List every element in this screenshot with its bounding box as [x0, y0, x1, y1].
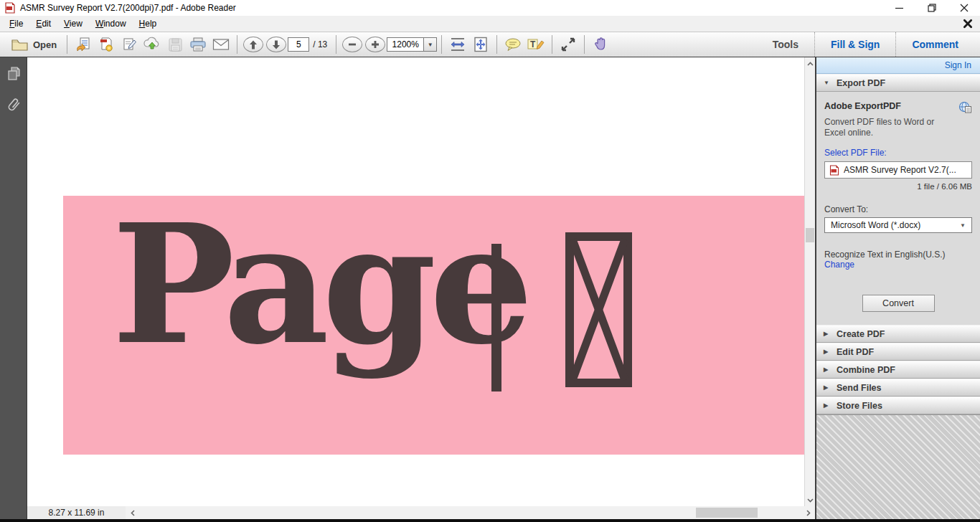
upload-cloud-button[interactable]	[142, 34, 162, 54]
tab-comment[interactable]: Comment	[895, 32, 974, 57]
left-sidebar	[0, 57, 27, 519]
tab-comment-label: Comment	[912, 39, 958, 50]
triangle-right-icon: ▶	[824, 348, 831, 355]
fit-width-button[interactable]	[448, 34, 468, 54]
open-folder-icon	[11, 39, 29, 51]
chevron-right-icon	[806, 510, 811, 516]
sign-in-link[interactable]: Sign In	[945, 60, 971, 70]
title-bar: ASMR Survey Report V2.7(200dpi)7.pdf - A…	[0, 0, 980, 16]
toolbar-separator	[584, 35, 585, 54]
fill-sign-tool-button[interactable]: T	[526, 34, 546, 54]
scroll-right-button[interactable]	[803, 506, 814, 519]
scroll-left-button[interactable]	[127, 506, 138, 519]
section-edit-pdf[interactable]: ▶ Edit PDF	[816, 343, 980, 361]
select-pdf-file-link[interactable]: Select PDF File:	[824, 148, 972, 158]
adobe-reader-window: ASMR Survey Report V2.7(200dpi)7.pdf - A…	[0, 0, 980, 522]
next-page-button[interactable]	[266, 37, 286, 52]
svg-text:T: T	[530, 39, 536, 49]
convert-to-label: Convert To:	[824, 204, 972, 214]
section-send-files[interactable]: ▶ Send Files	[816, 379, 980, 397]
vertical-scroll-thumb[interactable]	[806, 228, 814, 242]
text-sign-icon: T	[527, 37, 545, 52]
export-online-icon[interactable]	[958, 101, 972, 113]
minimize-icon	[895, 4, 903, 12]
menu-view[interactable]: View	[57, 16, 89, 31]
section-create-pdf-label: Create PDF	[837, 329, 885, 339]
share-document-button[interactable]	[73, 34, 93, 54]
create-pdf-button[interactable]	[96, 34, 116, 54]
horizontal-scroll-thumb[interactable]	[696, 508, 758, 518]
section-edit-pdf-label: Edit PDF	[837, 347, 874, 357]
change-language-link[interactable]: Change	[824, 260, 854, 270]
scroll-down-button[interactable]	[805, 495, 815, 506]
sign-document-button[interactable]	[119, 34, 139, 54]
tab-fill-sign-label: Fill & Sign	[831, 39, 880, 50]
save-button[interactable]	[165, 34, 185, 54]
arrow-up-icon	[249, 40, 258, 49]
section-export-pdf[interactable]: ▼ Export PDF	[816, 74, 980, 92]
print-icon	[189, 37, 207, 52]
restore-button[interactable]	[915, 0, 948, 16]
minus-icon	[348, 40, 357, 49]
selected-file-box[interactable]: ASMR Survey Report V2.7(...	[824, 161, 972, 179]
toolbar-separator	[552, 35, 552, 54]
vertical-scrollbar[interactable]	[804, 57, 815, 506]
close-button[interactable]	[948, 0, 980, 16]
zoom-dropdown-button[interactable]: ▼	[424, 37, 437, 52]
document-view[interactable]: Page	[27, 57, 804, 506]
fullscreen-arrows-icon	[560, 37, 576, 52]
arrow-down-icon	[272, 40, 281, 49]
page-count-label: / 13	[313, 39, 327, 49]
upload-cloud-icon	[143, 37, 161, 52]
minimize-button[interactable]	[883, 0, 915, 16]
document-close-icon[interactable]	[963, 19, 973, 29]
restore-icon	[928, 4, 936, 12]
section-send-files-label: Send Files	[837, 383, 882, 393]
menu-edit[interactable]: Edit	[29, 16, 57, 31]
comment-tool-button[interactable]	[503, 34, 523, 54]
section-combine-pdf[interactable]: ▶ Combine PDF	[816, 361, 980, 379]
open-button[interactable]: Open	[7, 34, 61, 54]
page-size-label: 8.27 x 11.69 in	[49, 508, 105, 518]
previous-page-button[interactable]	[243, 37, 263, 52]
zoom-in-button[interactable]	[365, 37, 385, 52]
tab-tools[interactable]: Tools	[757, 32, 814, 57]
close-icon	[960, 4, 969, 12]
create-pdf-icon	[98, 37, 114, 52]
fit-page-button[interactable]	[471, 34, 491, 54]
horizontal-scrollbar[interactable]	[126, 506, 815, 519]
panel-empty-area	[816, 414, 980, 519]
zoom-level-input[interactable]	[387, 37, 424, 52]
page-number-input[interactable]	[288, 37, 309, 52]
triangle-right-icon: ▶	[824, 331, 831, 337]
scroll-up-button[interactable]	[805, 58, 815, 69]
toolbar-separator	[67, 35, 67, 54]
fit-width-icon	[450, 37, 466, 52]
pdf-file-icon	[829, 165, 839, 176]
tab-fill-sign[interactable]: Fill & Sign	[814, 32, 895, 57]
zoom-out-button[interactable]	[342, 37, 362, 52]
page-size-indicator: 8.27 x 11.69 in	[27, 506, 126, 519]
paperclip-icon	[6, 96, 22, 115]
section-create-pdf[interactable]: ▶ Create PDF	[816, 325, 980, 343]
convert-to-dropdown[interactable]: Microsoft Word (*.docx) ▼	[824, 217, 972, 233]
print-button[interactable]	[188, 34, 208, 54]
sign-in-bar: Sign In	[816, 57, 980, 74]
chevron-down-icon: ▼	[956, 222, 970, 229]
convert-button[interactable]: Convert	[862, 295, 935, 312]
menu-window[interactable]: Window	[89, 16, 133, 31]
plus-icon	[371, 40, 380, 49]
toolbar: Open	[0, 32, 980, 57]
menu-help[interactable]: Help	[133, 16, 164, 31]
attachments-button[interactable]	[4, 96, 23, 115]
page-thumbnails-button[interactable]	[4, 65, 23, 83]
toolbar-separator	[237, 35, 237, 54]
menu-file[interactable]: File	[3, 16, 29, 31]
email-button[interactable]	[211, 34, 231, 54]
section-store-files[interactable]: ▶ Store Files	[816, 397, 980, 414]
hand-tool-button[interactable]	[590, 34, 611, 54]
triangle-down-icon: ▼	[824, 80, 831, 86]
fullscreen-button[interactable]	[558, 34, 578, 54]
toolbar-separator	[441, 35, 442, 54]
export-brand-title: Adobe ExportPDF	[824, 101, 901, 111]
